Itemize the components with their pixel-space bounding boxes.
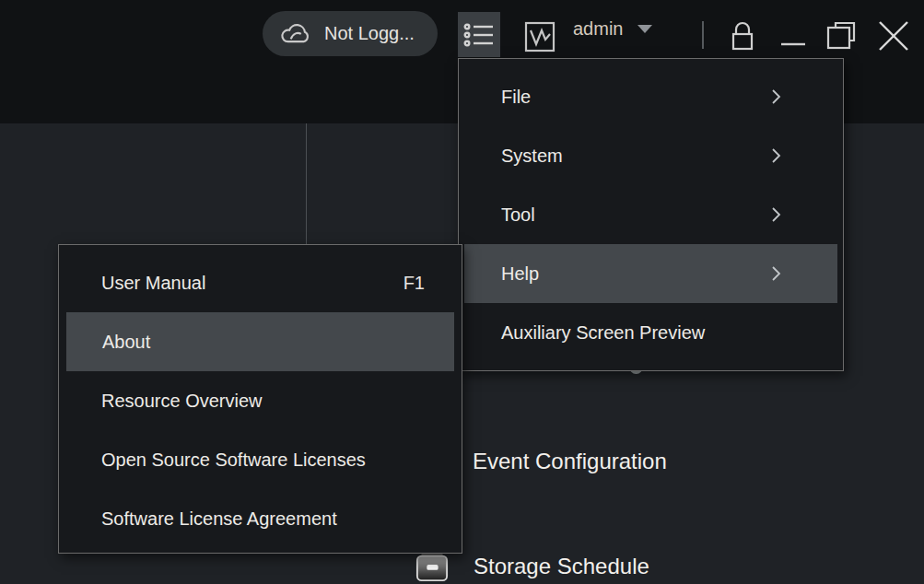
cloud-icon (278, 21, 312, 46)
section-label: Storage Schedule (474, 554, 649, 579)
menu-item-label: File (501, 87, 531, 108)
menu-item-label: User Manual (101, 273, 205, 294)
user-name-label: admin (573, 18, 623, 40)
chevron-right-icon (771, 147, 782, 164)
menu-item-label: Open Source Software Licenses (101, 450, 366, 471)
main-menu-button[interactable] (458, 12, 500, 57)
menu-item-software-license-agreement[interactable]: Software License Agreement (59, 489, 462, 548)
help-submenu: User Manual F1 About Resource Overview O… (58, 244, 462, 554)
minimize-icon (780, 18, 806, 53)
menu-item-user-manual[interactable]: User Manual F1 (59, 253, 462, 312)
titlebar-divider (702, 21, 704, 49)
auxiliary-preview-button[interactable] (521, 18, 558, 55)
close-icon (877, 20, 910, 52)
titlebar: Not Logg... admin (0, 0, 924, 58)
user-account-dropdown[interactable]: admin (573, 0, 652, 58)
menu-item-tool[interactable]: Tool (459, 185, 843, 244)
restore-button[interactable] (824, 18, 859, 53)
section-storage-schedule[interactable]: Storage Schedule (415, 549, 649, 584)
login-status-button[interactable]: Not Logg... (263, 11, 438, 56)
menu-item-file[interactable]: File (459, 67, 843, 126)
section-event-configuration[interactable]: Event Configuration (473, 448, 667, 475)
lock-button[interactable] (725, 18, 760, 54)
monitor-waveform-icon (523, 20, 556, 53)
menu-item-auxiliary-screen-preview[interactable]: Auxiliary Screen Preview (459, 303, 843, 362)
background-panel-divider (306, 123, 307, 245)
menu-item-resource-overview[interactable]: Resource Overview (59, 371, 462, 430)
menu-item-label: System (501, 146, 563, 167)
login-status-label: Not Logg... (324, 23, 415, 44)
main-menu-dropdown: File System Tool Help (458, 58, 844, 371)
menu-item-label: Resource Overview (101, 391, 263, 412)
minimize-button[interactable] (776, 18, 811, 53)
menu-item-system[interactable]: System (459, 126, 843, 185)
app-window: Event Configuration Storage Schedule Fil… (0, 0, 924, 584)
chevron-right-icon (771, 206, 782, 223)
menu-item-open-source-software-licenses[interactable]: Open Source Software Licenses (59, 430, 462, 489)
caret-down-icon (637, 25, 652, 33)
storage-drive-icon (415, 550, 450, 583)
menu-item-about[interactable]: About (66, 312, 454, 371)
chevron-right-icon (771, 265, 782, 282)
section-label: Event Configuration (473, 449, 667, 474)
lock-icon (726, 18, 759, 53)
menu-item-label: Tool (501, 204, 535, 226)
main-menu-list-icon (462, 21, 496, 49)
chevron-right-icon (771, 88, 782, 105)
close-button[interactable] (876, 18, 911, 53)
menu-item-help[interactable]: Help (464, 244, 837, 303)
restore-icon (825, 21, 857, 51)
menu-item-label: Help (501, 263, 539, 285)
shortcut-label: F1 (404, 273, 425, 294)
menu-item-label: Software License Agreement (101, 508, 337, 530)
menu-item-label: About (102, 332, 150, 353)
menu-item-label: Auxiliary Screen Preview (501, 322, 705, 344)
